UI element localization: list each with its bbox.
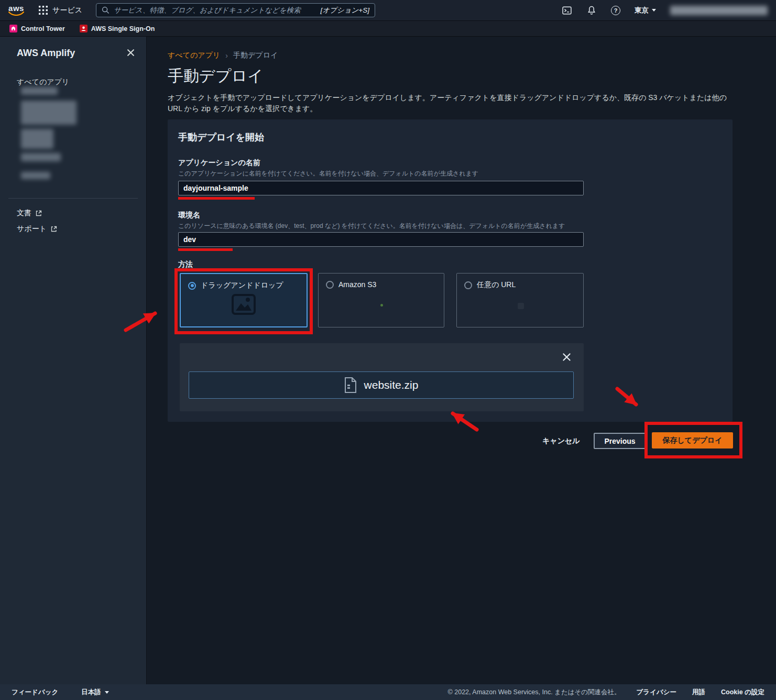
external-link-icon [36, 210, 42, 216]
page-title: 手動デプロイ [168, 65, 264, 87]
file-dropzone[interactable]: website.zip [180, 343, 584, 411]
footer-link-cookie-settings[interactable]: Cookie の設定 [721, 688, 764, 697]
radio-unselected-icon [326, 281, 334, 289]
search-placeholder: サービス、特徴、ブログ、およびドキュメントなどを検索 [114, 6, 316, 15]
method-option-label: 任意の URL [477, 280, 516, 290]
breadcrumb-all-apps[interactable]: すべてのアプリ [168, 51, 220, 60]
app-list-item-redacted[interactable] [21, 101, 76, 125]
uploaded-file-chip: website.zip [189, 371, 574, 399]
remove-file-button[interactable] [562, 353, 571, 364]
services-label: サービス [52, 6, 82, 15]
grid-icon [39, 6, 48, 15]
search-input[interactable]: サービス、特徴、ブログ、およびドキュメントなどを検索 [オプション+S] [96, 3, 375, 17]
aws-console: aws サービス サービス、特徴、ブログ、およびドキュメントなどを検索 [オプシ… [0, 0, 776, 700]
method-option-label: Amazon S3 [338, 280, 376, 289]
favorites-bar: Control Tower AWS Single Sign-On [0, 21, 776, 37]
app-list-item-redacted[interactable] [21, 153, 61, 161]
region-selector[interactable]: 東京 [635, 6, 656, 15]
favorite-label: AWS Single Sign-On [91, 25, 155, 32]
breadcrumb-separator: › [225, 51, 228, 60]
favorite-sso[interactable]: AWS Single Sign-On [80, 25, 155, 32]
method-tile-amazon-s3[interactable]: Amazon S3 [318, 273, 444, 327]
cloudshell-icon [562, 5, 572, 16]
manual-deploy-panel: 手動デプロイを開始 アプリケーションの名前 このアプリケーションに名前を付けてく… [168, 119, 733, 422]
sidebar-divider [8, 198, 138, 199]
sidebar-link-support[interactable]: サポート [17, 224, 57, 234]
app-list-item-redacted[interactable] [21, 172, 50, 179]
previous-button[interactable]: Previous [594, 433, 646, 449]
services-menu-button[interactable]: サービス [39, 6, 82, 15]
chevron-down-icon [652, 9, 656, 12]
save-and-deploy-button[interactable]: 保存してデプロイ [652, 432, 733, 449]
annotation-underline [178, 197, 255, 200]
app-name-input[interactable] [178, 181, 584, 195]
feedback-button[interactable]: フィードバック [12, 688, 58, 697]
breadcrumb-current: 手動デプロイ [233, 51, 278, 60]
footer-link-terms[interactable]: 用語 [692, 688, 705, 697]
copyright-text: © 2022, Amazon Web Services, Inc. またはその関… [448, 688, 621, 697]
sidebar-close-button[interactable] [127, 49, 135, 59]
image-upload-icon [181, 294, 307, 315]
zip-file-icon [344, 377, 357, 393]
aws-smile-icon [8, 12, 24, 16]
search-icon [102, 6, 110, 14]
top-navigation: aws サービス サービス、特徴、ブログ、およびドキュメントなどを検索 [オプシ… [0, 0, 776, 21]
docs-link-label: 文書 [17, 209, 31, 218]
env-name-label: 環境名 [178, 211, 200, 220]
close-icon [127, 49, 135, 57]
language-label: 日本語 [81, 688, 101, 697]
env-name-description: このリソースに意味のある環境名 (dev、test、prod など) を付けてく… [178, 222, 565, 231]
favorite-control-tower[interactable]: Control Tower [9, 25, 65, 32]
radio-unselected-icon [464, 281, 472, 289]
support-link-label: サポート [17, 224, 47, 234]
sidebar: AWS Amplify すべてのアプリ 文書 サポート [0, 37, 147, 684]
url-icon-faint [518, 303, 524, 309]
panel-title: 手動デプロイを開始 [178, 131, 264, 144]
topnav-right: ? 東京 [562, 5, 768, 16]
aws-logo[interactable]: aws [8, 5, 24, 16]
method-tile-drag-drop[interactable]: ドラッグアンドドロップ [180, 273, 308, 327]
region-label: 東京 [635, 6, 649, 15]
app-list-item-redacted[interactable] [21, 87, 58, 95]
annotation-underline [178, 248, 233, 251]
cloudshell-button[interactable] [562, 5, 572, 16]
method-option-label: ドラッグアンドドロップ [201, 281, 283, 290]
main-content: すべてのアプリ › 手動デプロイ 手動デプロイ オブジェクトを手動でアップロード… [147, 37, 776, 684]
language-selector[interactable]: 日本語 [81, 688, 109, 697]
account-name-redacted [670, 6, 768, 15]
favorite-label: Control Tower [21, 25, 65, 32]
method-label: 方法 [178, 260, 193, 269]
app-name-description: このアプリケーションに名前を付けてください。名前を付けない場合、デフォルトの名前… [178, 169, 478, 178]
sso-icon [80, 25, 88, 32]
help-icon: ? [611, 6, 620, 15]
sidebar-title: AWS Amplify [17, 48, 75, 59]
search-shortcut-hint: [オプション+S] [321, 6, 369, 15]
close-icon [562, 353, 571, 362]
env-name-input[interactable] [178, 232, 584, 247]
sidebar-item-all-apps[interactable]: すべてのアプリ [17, 78, 69, 87]
breadcrumb: すべてのアプリ › 手動デプロイ [168, 51, 278, 60]
cancel-button[interactable]: キャンセル [542, 436, 580, 446]
s3-icon-faint [380, 304, 383, 307]
external-link-icon [51, 226, 57, 232]
app-list-item-redacted[interactable] [21, 129, 53, 149]
bell-icon [586, 5, 597, 16]
footer: フィードバック 日本語 © 2022, Amazon Web Services,… [0, 684, 776, 700]
app-name-label: アプリケーションの名前 [178, 158, 260, 168]
annotation-box-save: 保存してデプロイ [644, 422, 742, 458]
account-menu[interactable] [670, 6, 768, 15]
footer-link-privacy[interactable]: プライバシー [637, 688, 676, 697]
control-tower-icon [9, 25, 17, 32]
page-description: オブジェクトを手動でアップロードしてアプリケーションをデプロイします。アーティフ… [168, 92, 734, 114]
uploaded-file-name: website.zip [364, 379, 419, 391]
sidebar-link-docs[interactable]: 文書 [17, 209, 42, 218]
chevron-down-icon [105, 691, 109, 694]
aws-logo-text: aws [8, 5, 24, 12]
notifications-button[interactable] [586, 5, 597, 16]
method-tile-any-url[interactable]: 任意の URL [456, 273, 584, 327]
help-button[interactable]: ? [611, 6, 620, 15]
radio-selected-icon [188, 282, 196, 290]
